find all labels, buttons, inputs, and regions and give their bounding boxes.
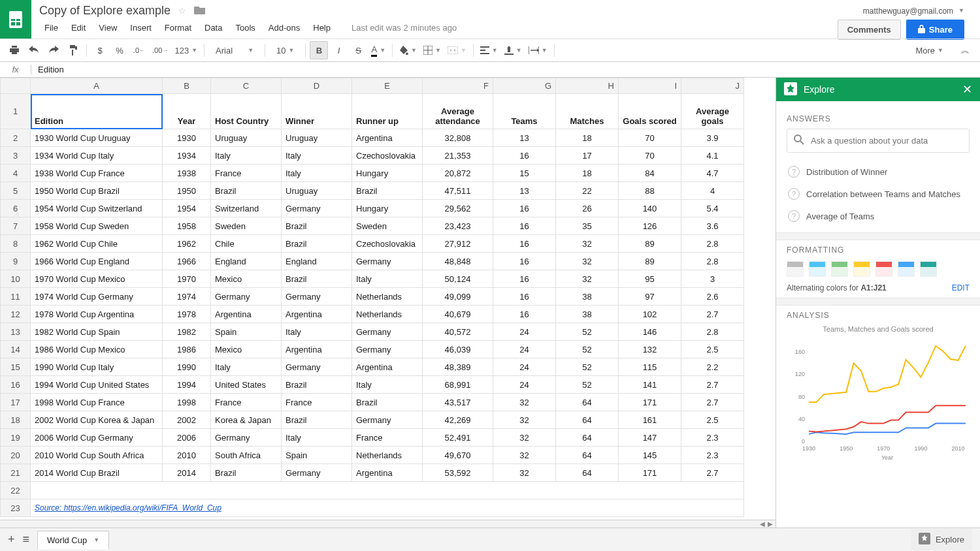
cell[interactable]: 38 — [556, 306, 619, 323]
formula-input[interactable]: Edition — [31, 65, 71, 74]
cell[interactable]: 32 — [556, 270, 619, 288]
cell[interactable]: Spain — [211, 323, 282, 341]
bold-button[interactable]: B — [310, 41, 328, 59]
cell[interactable]: 161 — [619, 411, 681, 429]
cell[interactable]: 1974 World Cup Germany — [31, 288, 163, 306]
cell[interactable]: Korea & Japan — [211, 411, 282, 429]
cell[interactable]: 2.3 — [681, 429, 744, 447]
cell[interactable]: 24 — [493, 358, 556, 376]
cell[interactable]: Brazil — [282, 217, 352, 235]
cell[interactable]: 47,511 — [423, 182, 493, 200]
cell[interactable]: 1970 World Cup Mexico — [31, 270, 163, 288]
cell[interactable]: 32 — [556, 235, 619, 253]
col-header-B[interactable]: B — [163, 78, 211, 94]
cell[interactable]: 4.7 — [681, 165, 744, 182]
cell[interactable]: 146 — [619, 323, 681, 341]
cell[interactable]: 52 — [556, 358, 619, 376]
all-sheets-button[interactable]: ≡ — [23, 533, 30, 546]
header-cell[interactable]: Matches — [556, 94, 619, 129]
print-icon[interactable] — [5, 41, 24, 59]
percent-icon[interactable]: % — [110, 41, 129, 59]
cell[interactable]: 2014 World Cup Brazil — [31, 464, 163, 482]
cell[interactable]: 2.7 — [681, 306, 744, 323]
cell[interactable]: 2.7 — [681, 394, 744, 411]
cell[interactable]: Argentina — [352, 358, 423, 376]
cell[interactable]: 40,679 — [423, 306, 493, 323]
cell[interactable]: France — [211, 394, 282, 411]
cell[interactable]: 2.6 — [681, 288, 744, 306]
suggestion-item[interactable]: ?Correlation between Teams and Matches — [787, 183, 970, 205]
cell[interactable]: Italy — [282, 429, 352, 447]
cell[interactable]: 48,389 — [423, 358, 493, 376]
cell[interactable]: 49,670 — [423, 447, 493, 464]
cell[interactable]: Switzerland — [211, 200, 282, 217]
cell[interactable]: 16 — [493, 288, 556, 306]
cell[interactable]: 32 — [493, 394, 556, 411]
undo-icon[interactable] — [25, 41, 43, 59]
cell[interactable]: 171 — [619, 464, 681, 482]
color-swatch[interactable] — [809, 261, 826, 277]
cell[interactable]: 1982 World Cup Spain — [31, 323, 163, 341]
menu-file[interactable]: File — [39, 20, 63, 35]
cell[interactable]: 48,848 — [423, 253, 493, 270]
cell[interactable]: Brazil — [352, 394, 423, 411]
comments-button[interactable]: Comments — [838, 20, 901, 40]
cell[interactable]: 52 — [556, 341, 619, 358]
collapse-toolbar-icon[interactable]: ︽ — [961, 41, 970, 59]
cell[interactable]: 1994 World Cup United States — [31, 376, 163, 394]
cell[interactable]: 32 — [493, 429, 556, 447]
header-cell[interactable]: Goals scored — [619, 94, 681, 129]
header-cell[interactable]: Teams — [493, 94, 556, 129]
row-header-17[interactable]: 17 — [1, 394, 31, 411]
color-swatch[interactable] — [831, 261, 848, 277]
cell[interactable]: 1990 World Cup Italy — [31, 358, 163, 376]
cell[interactable]: Netherlands — [352, 288, 423, 306]
cell[interactable]: 27,912 — [423, 235, 493, 253]
cell[interactable]: 1974 — [163, 288, 211, 306]
cell[interactable]: 2006 World Cup Germany — [31, 429, 163, 447]
cell[interactable]: Brazil — [352, 182, 423, 200]
cell[interactable]: 52 — [556, 323, 619, 341]
cell[interactable]: 16 — [493, 200, 556, 217]
cell[interactable]: Italy — [352, 376, 423, 394]
cell[interactable]: Sweden — [352, 217, 423, 235]
text-color-button[interactable]: A▼ — [368, 41, 388, 59]
cell[interactable]: 171 — [619, 394, 681, 411]
cell[interactable]: 5.4 — [681, 200, 744, 217]
cell[interactable]: Italy — [282, 165, 352, 182]
cell[interactable]: 16 — [493, 147, 556, 165]
cell[interactable]: 1962 World Cup Chile — [31, 235, 163, 253]
cell[interactable]: 17 — [556, 147, 619, 165]
cell[interactable]: Italy — [282, 323, 352, 341]
cell[interactable]: 26 — [556, 200, 619, 217]
cell[interactable]: France — [211, 165, 282, 182]
doc-title[interactable]: Copy of Explore example — [39, 4, 171, 18]
cell[interactable]: Argentina — [352, 129, 423, 147]
cell[interactable]: 70 — [619, 129, 681, 147]
user-menu-caret-icon[interactable]: ▼ — [958, 7, 964, 14]
cell[interactable]: Germany — [282, 358, 352, 376]
cell[interactable]: 88 — [619, 182, 681, 200]
number-format-icon[interactable]: 123▼ — [172, 41, 200, 59]
col-header-F[interactable]: F — [423, 78, 493, 94]
cell[interactable]: 1994 — [163, 376, 211, 394]
merge-cells-button[interactable]: ▼ — [445, 41, 469, 59]
cell[interactable]: 115 — [619, 358, 681, 376]
row-header-13[interactable]: 13 — [1, 323, 31, 341]
add-sheet-button[interactable]: + — [8, 533, 15, 546]
paint-format-icon[interactable] — [64, 41, 82, 59]
header-cell[interactable]: Host Country — [211, 94, 282, 129]
cell[interactable]: 4 — [681, 182, 744, 200]
cell[interactable]: 141 — [619, 376, 681, 394]
cell[interactable]: 16 — [493, 306, 556, 323]
row-header-1[interactable]: 1 — [1, 94, 31, 129]
cell[interactable]: 1998 — [163, 394, 211, 411]
analysis-chart[interactable]: 0408012016019301950197019902010Year — [787, 337, 970, 461]
decrease-decimal-icon[interactable]: .0← — [130, 41, 148, 59]
row-header-10[interactable]: 10 — [1, 270, 31, 288]
suggestion-item[interactable]: ?Distribution of Winner — [787, 161, 970, 183]
cell[interactable]: Netherlands — [352, 447, 423, 464]
cell[interactable]: Italy — [352, 270, 423, 288]
user-email[interactable]: matthewguay@gmail.com — [863, 5, 953, 16]
cell[interactable]: 140 — [619, 200, 681, 217]
